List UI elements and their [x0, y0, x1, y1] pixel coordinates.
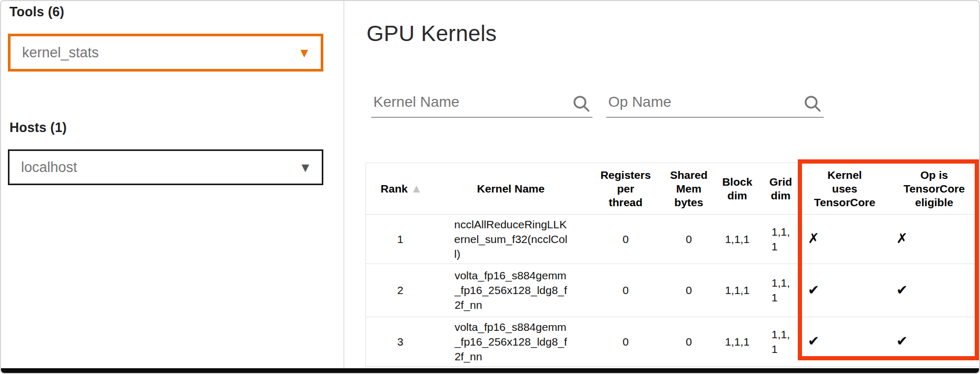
column-header-grid-dim[interactable]: Grid dim	[761, 163, 800, 215]
op-name-placeholder: Op Name	[608, 94, 671, 110]
tools-label: Tools (6)	[9, 4, 64, 19]
cell-registers: 0	[587, 264, 664, 317]
dropdown-arrow-icon: ▼	[301, 163, 309, 173]
column-header-kernel-name[interactable]: Kernel Name	[434, 163, 587, 215]
cell-grid-dim: 1,1, 1	[761, 317, 800, 367]
dropdown-arrow-icon: ▼	[300, 48, 308, 58]
cell-rank: 3	[366, 317, 435, 367]
cell-kernel-name: volta_fp16_s884gemm _fp16_256x128_ldg8_f…	[434, 317, 587, 367]
check-icon: ✔	[896, 282, 908, 298]
column-header-block-dim[interactable]: Block dim	[714, 163, 761, 215]
cell-block-dim: 1,1,1	[714, 215, 761, 264]
cell-block-dim: 1,1,1	[714, 264, 761, 317]
tools-dropdown-value: kernel_stats	[22, 45, 99, 61]
search-icon	[803, 94, 823, 114]
cell-grid-dim: 1,1, 1	[761, 264, 800, 317]
cross-icon: ✗	[896, 230, 908, 246]
cell-grid-dim: 1,1, 1	[761, 215, 800, 264]
profiler-screen: Tools (6) kernel_stats ▼ Hosts (1) local…	[0, 0, 980, 374]
check-icon: ✔	[896, 333, 908, 349]
kernel-name-search-input[interactable]: Kernel Name	[371, 90, 592, 118]
bottom-bar	[1, 368, 980, 374]
cell-op-tensorcore-eligible: ✔	[889, 264, 980, 317]
op-name-search-input[interactable]: Op Name	[606, 90, 824, 118]
cross-icon: ✗	[808, 230, 819, 246]
cell-shared-mem: 0	[664, 215, 714, 264]
column-header-kernel-uses-tensorcore[interactable]: Kernel uses TensorCore	[800, 163, 889, 215]
cell-shared-mem: 0	[664, 264, 714, 317]
cell-rank: 2	[366, 264, 435, 317]
cell-op-tensorcore-eligible: ✗	[889, 215, 980, 264]
sidebar: Tools (6) kernel_stats ▼ Hosts (1) local…	[1, 1, 343, 369]
table-row: 1 ncclAllReduceRingLLK ernel_sum_f32(ncc…	[366, 215, 980, 264]
cell-registers: 0	[587, 215, 664, 264]
table-row: 2 volta_fp16_s884gemm _fp16_256x128_ldg8…	[366, 264, 980, 317]
cell-kernel-name: volta_fp16_s884gemm _fp16_256x128_ldg8_f…	[434, 264, 587, 317]
tools-dropdown[interactable]: kernel_stats ▼	[8, 34, 323, 72]
gpu-kernels-table: Rank▲ Kernel Name Registers per thread S…	[365, 163, 980, 367]
cell-registers: 0	[587, 317, 664, 367]
column-header-shared-mem-bytes[interactable]: Shared Mem bytes	[664, 163, 714, 215]
sidebar-divider	[343, 1, 344, 369]
cell-rank: 1	[366, 215, 435, 264]
cell-shared-mem: 0	[664, 317, 714, 367]
cell-kernel-uses-tensorcore: ✗	[800, 215, 889, 264]
column-header-rank[interactable]: Rank▲	[366, 163, 435, 215]
check-icon: ✔	[808, 282, 819, 298]
table-row: 3 volta_fp16_s884gemm _fp16_256x128_ldg8…	[366, 317, 980, 367]
page-title: GPU Kernels	[367, 21, 497, 46]
cell-block-dim: 1,1,1	[714, 317, 761, 367]
hosts-dropdown-value: localhost	[21, 159, 77, 176]
column-header-op-is-tensorcore-eligible[interactable]: Op is TensorCore eligible	[889, 163, 980, 215]
table-header-row: Rank▲ Kernel Name Registers per thread S…	[366, 163, 980, 215]
cell-kernel-uses-tensorcore: ✔	[800, 264, 889, 317]
kernel-name-placeholder: Kernel Name	[373, 94, 459, 110]
cell-kernel-name: ncclAllReduceRingLLK ernel_sum_f32(ncclC…	[434, 215, 587, 264]
column-header-registers-per-thread[interactable]: Registers per thread	[587, 163, 664, 215]
cell-kernel-uses-tensorcore: ✔	[800, 317, 889, 367]
hosts-label: Hosts (1)	[9, 120, 67, 135]
hosts-dropdown[interactable]: localhost ▼	[8, 149, 323, 185]
cell-op-tensorcore-eligible: ✔	[889, 317, 980, 367]
check-icon: ✔	[808, 333, 819, 349]
search-icon	[571, 94, 591, 114]
sort-ascending-icon: ▲	[413, 183, 420, 194]
